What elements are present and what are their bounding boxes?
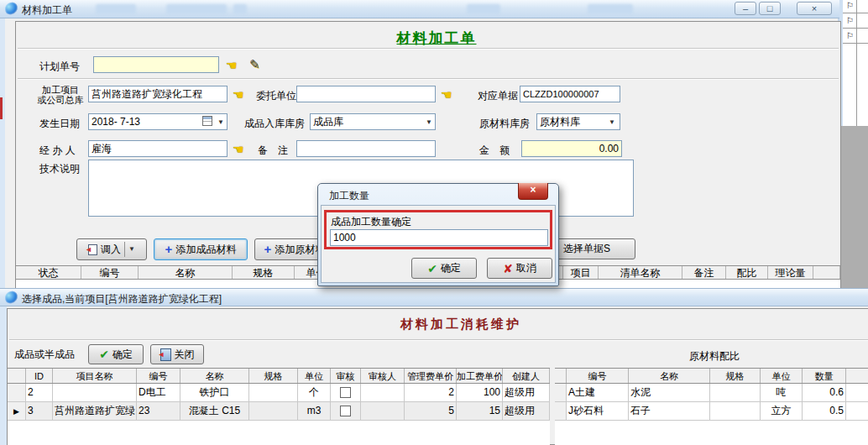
- dialog-ok-label: 确定: [441, 261, 461, 275]
- ratio-grid-empty[interactable]: [555, 421, 868, 445]
- cell-code: 23: [137, 402, 180, 421]
- check-icon: ✔: [427, 262, 437, 275]
- minimize-button[interactable]: –: [735, 2, 756, 15]
- dialog-close-button[interactable]: ×: [518, 183, 548, 200]
- product-store-combo[interactable]: 成品库: [310, 113, 436, 130]
- col-header-name[interactable]: 名称: [629, 369, 710, 383]
- col-header-remark[interactable]: 备注: [846, 369, 868, 383]
- project-label-line1: 加工项目: [34, 85, 86, 95]
- dialog-cancel-label: 取消: [516, 261, 536, 275]
- divider: [18, 48, 839, 50]
- col-header-list-name[interactable]: 清单名称: [599, 266, 682, 279]
- col-header-audit[interactable]: 审核: [331, 369, 361, 383]
- plan-lookup-icon[interactable]: ☚: [226, 59, 237, 71]
- col-header-code[interactable]: 编号: [567, 369, 629, 383]
- divider: [9, 339, 868, 341]
- calendar-icon[interactable]: [202, 116, 212, 126]
- material-store-arrow-icon[interactable]: ▼: [609, 115, 615, 130]
- dialog-cancel-button[interactable]: ✘ 取消: [487, 258, 552, 279]
- col-header-ratio[interactable]: 配比: [726, 266, 768, 279]
- cell-creator: 超级用: [503, 384, 550, 402]
- col-header-name[interactable]: 名称: [180, 369, 249, 383]
- import-button[interactable]: ◄ 调入 ▼: [76, 238, 147, 260]
- tech-label: 技术说明: [39, 163, 80, 175]
- confirm-button[interactable]: ✔ 确定: [88, 344, 144, 364]
- product-row-1[interactable]: 2 D电工 铁护口 个 2 100 超级用: [8, 384, 550, 402]
- audit-checkbox[interactable]: [340, 387, 351, 398]
- close-button[interactable]: ×: [797, 2, 832, 15]
- col-header-code[interactable]: 编号: [81, 266, 139, 279]
- col-header-spec[interactable]: 规格: [710, 369, 761, 383]
- cell-name: 铁护口: [180, 384, 249, 402]
- col-header-project-name[interactable]: 项目名称: [53, 369, 137, 383]
- col-header-mgmt-price[interactable]: 管理费单价: [405, 369, 457, 383]
- main-window-title: 材料加工单: [22, 3, 72, 18]
- product-row-2[interactable]: ▶ 3 莒州路道路扩宽绿 23 混凝土 C15 m3 5 15 超级用: [8, 402, 550, 421]
- client-lookup-icon[interactable]: ☚: [441, 88, 452, 101]
- main-window-titlebar[interactable]: 材料加工单 – □ ×: [0, 0, 839, 18]
- cell-code: D电工: [137, 384, 180, 402]
- operator-lookup-icon[interactable]: ☚: [233, 143, 243, 155]
- import-dropdown-icon[interactable]: ▼: [128, 242, 135, 257]
- col-header-creator[interactable]: 创建人: [503, 369, 550, 383]
- cell-id: 3: [26, 402, 53, 421]
- col-selector: [555, 369, 567, 383]
- col-header-unit[interactable]: 单位: [761, 369, 803, 383]
- plus-icon: +: [264, 243, 272, 255]
- ratio-row-1[interactable]: A土建 水泥 吨 0.6: [555, 384, 868, 402]
- maintain-heading: 材料加工消耗维护: [8, 317, 868, 332]
- col-header-theory-qty[interactable]: 理论量: [768, 266, 813, 279]
- col-header-spec[interactable]: 规格: [249, 369, 298, 383]
- col-header-status[interactable]: 状态: [16, 266, 81, 279]
- edit-icon[interactable]: ✎: [249, 57, 260, 72]
- operator-input[interactable]: 雇海: [88, 140, 227, 157]
- col-header-qty[interactable]: 数量: [803, 369, 846, 383]
- cell-project: 莒州路道路扩宽绿: [53, 402, 137, 421]
- col-header-id[interactable]: ID: [26, 369, 53, 383]
- cross-icon: ✘: [503, 262, 513, 275]
- dialog-ok-button[interactable]: ✔ 确定: [411, 258, 477, 279]
- ratio-grid-header: 编号 名称 规格 单位 数量 备注: [555, 368, 868, 384]
- col-header-spec[interactable]: 规格: [233, 266, 295, 279]
- client-input[interactable]: [296, 86, 436, 102]
- col-header-filler: [813, 266, 840, 279]
- amount-input[interactable]: 0.00: [521, 140, 622, 157]
- close-window-button[interactable]: ◄ 关闭: [150, 344, 204, 364]
- ratio-row-2[interactable]: J砂石料 石子 立方 0.5: [555, 402, 868, 421]
- cell-code: A土建: [567, 384, 629, 402]
- cell-unit: 立方: [761, 402, 803, 421]
- add-product-button[interactable]: + 添加成品材料: [154, 238, 248, 260]
- cell-auditor: [361, 402, 405, 421]
- divider: [18, 78, 839, 80]
- material-store-combo[interactable]: 原材料库: [536, 113, 620, 130]
- remark-input[interactable]: [296, 140, 436, 157]
- col-header-code[interactable]: 编号: [137, 369, 180, 383]
- product-store-arrow-icon[interactable]: ▼: [426, 115, 432, 130]
- col-header-auditor[interactable]: 审核人: [361, 369, 405, 383]
- product-grid-empty[interactable]: [8, 421, 550, 445]
- plan-no-input[interactable]: [93, 56, 219, 73]
- maintain-panel: 材料加工消耗维护 成品或半成品 ✔ 确定 ◄ 关闭 原材料配比 ID 项目名称 …: [7, 308, 868, 445]
- product-grid-header: ID 项目名称 编号 名称 规格 单位 审核 审核人 管理费单价 加工费单价 创…: [8, 368, 550, 384]
- dialog-title: 加工数量: [329, 189, 369, 203]
- cell-name: 混凝土 C15: [180, 402, 249, 421]
- doc-input[interactable]: CLZZD100000007: [520, 86, 620, 102]
- quantity-dialog: 加工数量 × 成品加工数量确定 1000 ✔ 确定 ✘ 取消: [317, 183, 559, 286]
- date-dropdown-icon[interactable]: ▼: [217, 115, 224, 130]
- cell-remark: [846, 384, 868, 402]
- col-header-proc-price[interactable]: 加工费单价: [457, 369, 503, 383]
- quantity-prompt: 成品加工数量确定: [331, 215, 411, 229]
- col-header-project[interactable]: 项目: [563, 266, 599, 279]
- col-header-unit[interactable]: 单位: [298, 369, 331, 383]
- bottom-window-titlebar[interactable]: 选择成品,当前项目[莒州路道路扩宽绿化工程]: [0, 288, 868, 306]
- col-header-name[interactable]: 名称: [139, 266, 233, 279]
- audit-checkbox[interactable]: [340, 406, 351, 416]
- project-lookup-icon[interactable]: ☚: [233, 88, 243, 101]
- cell-qty: 0.5: [803, 402, 846, 421]
- project-input[interactable]: 莒州路道路扩宽绿化工程: [88, 86, 227, 102]
- client-label: 委托单位: [256, 90, 296, 102]
- quantity-input[interactable]: 1000: [330, 229, 548, 246]
- maximize-button[interactable]: □: [759, 2, 781, 15]
- col-header-remark[interactable]: 备注: [682, 266, 726, 279]
- cell-spec: [710, 384, 761, 402]
